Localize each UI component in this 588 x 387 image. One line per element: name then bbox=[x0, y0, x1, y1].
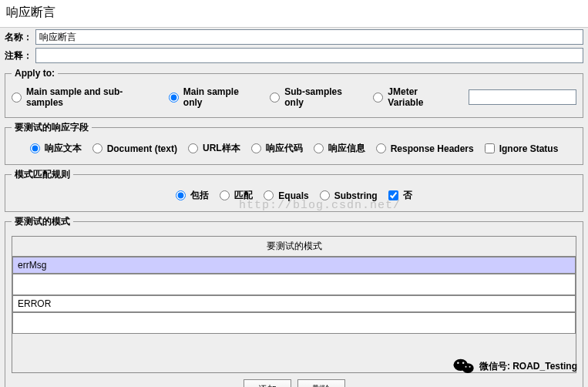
name-row: 名称： bbox=[0, 28, 588, 46]
comment-input[interactable] bbox=[35, 48, 583, 63]
matching-rule-group: 模式匹配规则 包括 匹配 Equals Substring 否 bbox=[5, 168, 583, 212]
button-row: 添加 删除 bbox=[12, 373, 576, 387]
radio-main-sub-label: Main sample and sub-samples bbox=[26, 86, 158, 108]
table-row-blank[interactable] bbox=[12, 274, 576, 295]
radio-matches[interactable] bbox=[220, 190, 230, 200]
add-button[interactable]: 添加 bbox=[244, 379, 291, 387]
patterns-header: 要测试的模式 bbox=[12, 237, 576, 257]
radio-response-code[interactable] bbox=[251, 143, 261, 153]
checkbox-not-label: 否 bbox=[403, 189, 412, 202]
patterns-legend: 要测试的模式 bbox=[12, 215, 73, 228]
patterns-body[interactable]: errMsg ERROR bbox=[12, 257, 576, 372]
patterns-group: 要测试的模式 要测试的模式 errMsg ERROR 添加 删除 bbox=[5, 215, 583, 387]
name-label: 名称： bbox=[5, 31, 35, 44]
radio-url-sample[interactable] bbox=[188, 143, 198, 153]
radio-matches-label: 匹配 bbox=[234, 189, 253, 202]
response-field-group: 要测试的响应字段 响应文本 Document (text) URL样本 响应代码… bbox=[5, 121, 583, 165]
checkbox-ignore-status[interactable] bbox=[485, 143, 495, 153]
radio-document-text[interactable] bbox=[92, 143, 102, 153]
apply-to-legend: Apply to: bbox=[12, 68, 58, 79]
radio-response-code-label: 响应代码 bbox=[266, 142, 303, 155]
apply-to-options: Main sample and sub-samples Main sample … bbox=[12, 85, 576, 109]
matching-rule-options: 包括 匹配 Equals Substring 否 bbox=[12, 187, 576, 204]
radio-jmeter-var-label: JMeter Variable bbox=[388, 86, 455, 108]
patterns-table: 要测试的模式 errMsg ERROR bbox=[12, 236, 576, 373]
radio-equals[interactable] bbox=[264, 190, 274, 200]
comment-label: 注释： bbox=[5, 49, 35, 62]
checkbox-not[interactable] bbox=[388, 190, 398, 200]
radio-url-sample-label: URL样本 bbox=[203, 142, 240, 155]
radio-response-text-label: 响应文本 bbox=[45, 142, 82, 155]
radio-sub-only-label: Sub-samples only bbox=[284, 86, 362, 108]
response-field-legend: 要测试的响应字段 bbox=[12, 121, 92, 134]
matching-rule-legend: 模式匹配规则 bbox=[12, 168, 73, 181]
table-row[interactable]: ERROR bbox=[12, 295, 576, 312]
radio-main-sub[interactable] bbox=[12, 93, 22, 103]
radio-contains[interactable] bbox=[176, 190, 186, 200]
radio-substring[interactable] bbox=[320, 190, 330, 200]
checkbox-ignore-status-label: Ignore Status bbox=[499, 143, 559, 154]
apply-to-group: Apply to: Main sample and sub-samples Ma… bbox=[5, 68, 583, 118]
radio-jmeter-var[interactable] bbox=[373, 93, 383, 103]
radio-main-only-label: Main sample only bbox=[183, 86, 259, 108]
radio-response-headers[interactable] bbox=[376, 143, 386, 153]
name-input[interactable] bbox=[35, 29, 583, 45]
radio-response-text[interactable] bbox=[30, 143, 40, 153]
response-field-options: 响应文本 Document (text) URL样本 响应代码 响应信息 Res… bbox=[12, 140, 576, 156]
radio-response-headers-label: Response Headers bbox=[391, 143, 474, 154]
page-title: 响应断言 bbox=[0, 0, 588, 28]
radio-contains-label: 包括 bbox=[190, 189, 209, 202]
radio-response-info-label: 响应信息 bbox=[328, 142, 365, 155]
radio-substring-label: Substring bbox=[334, 190, 378, 201]
delete-button[interactable]: 删除 bbox=[297, 379, 345, 387]
radio-response-info[interactable] bbox=[314, 143, 324, 153]
jmeter-var-input[interactable] bbox=[469, 89, 576, 105]
radio-main-only[interactable] bbox=[169, 93, 179, 103]
radio-sub-only[interactable] bbox=[270, 93, 280, 103]
table-row-blank[interactable] bbox=[12, 312, 576, 334]
comment-row: 注释： bbox=[0, 46, 588, 65]
table-row[interactable]: errMsg bbox=[12, 257, 576, 274]
radio-document-text-label: Document (text) bbox=[107, 143, 177, 154]
radio-equals-label: Equals bbox=[278, 190, 308, 201]
